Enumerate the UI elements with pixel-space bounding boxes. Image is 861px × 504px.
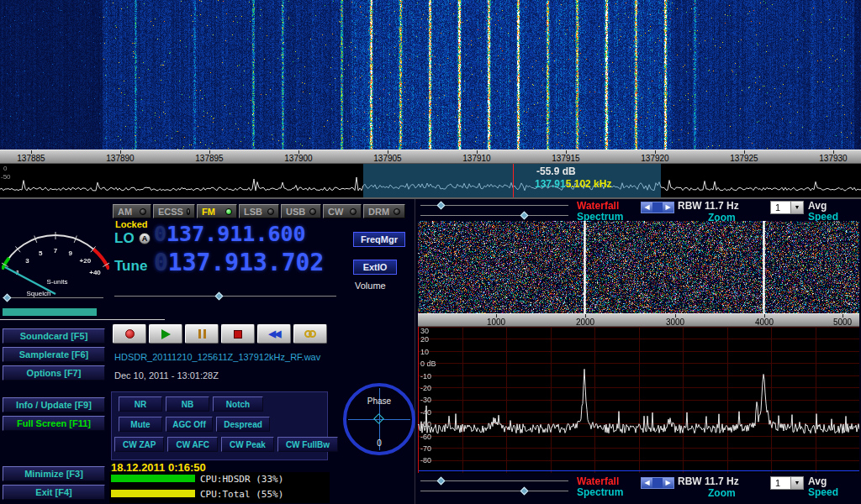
agc-off-button[interactable]: AGC Off	[166, 417, 213, 432]
meter-tick-label: 7	[54, 247, 58, 255]
despread-button[interactable]: Despread	[216, 417, 270, 432]
mini-spectrum-strip[interactable]: 0 -50 -55.9 dB 137.915.102 kHz	[0, 164, 861, 198]
play-icon	[161, 329, 171, 339]
mode-button-lsb[interactable]: LSB	[239, 204, 279, 218]
stop-icon	[234, 330, 242, 339]
waterfall-slider-top[interactable]	[420, 202, 568, 209]
mode-led-icon	[140, 208, 146, 215]
notch-button[interactable]: Notch	[213, 396, 263, 412]
fullscreen-button[interactable]: Full Screen [F11]	[3, 416, 105, 431]
waterfall-label-bottom: Waterfall	[577, 475, 619, 487]
main-frequency-scale[interactable]: 137885 137890 137895 137900 137905 13791…	[0, 150, 861, 164]
soundcard-button[interactable]: Soundcard [F5]	[3, 328, 105, 344]
main-waterfall-canvas[interactable]	[0, 0, 861, 150]
slider-thumb[interactable]	[520, 212, 528, 220]
slider-track	[114, 296, 336, 297]
meter-tick-label: +40	[89, 269, 101, 276]
zoom-scroll-control-top[interactable]: ◀ ▶	[641, 202, 674, 213]
samplerate-button[interactable]: Samplerate [F6]	[3, 347, 105, 362]
loop-icon	[304, 330, 316, 338]
freq-scale-label: 137920	[630, 150, 680, 163]
mode-button-fm[interactable]: FM	[197, 204, 237, 218]
freqmgr-button[interactable]: FreqMgr	[353, 232, 405, 247]
s-meter[interactable]: 1 3 5 7 9 +20 +40 S-units Squelch	[2, 202, 109, 301]
record-icon	[125, 329, 135, 339]
slider-thumb[interactable]	[437, 477, 446, 486]
stop-button[interactable]	[221, 324, 255, 344]
freq-scale-label: 137900	[273, 150, 324, 163]
speed-select-top[interactable]: 1 ▼	[770, 201, 804, 214]
spectrum-plot-canvas[interactable]	[418, 327, 859, 473]
mode-button-cw[interactable]: CW	[323, 204, 362, 218]
cw-peak-button[interactable]: CW Peak	[221, 437, 274, 452]
cw-fullbw-button[interactable]: CW FullBw	[277, 437, 338, 452]
phase-label: Phase	[346, 396, 412, 406]
slider-thumb[interactable]	[215, 292, 224, 301]
freq-scale-label: 137895	[184, 150, 235, 163]
passband-region[interactable]	[363, 164, 661, 197]
cw-zap-button[interactable]: CW ZAP	[114, 437, 164, 452]
zoom-right-arrow[interactable]: ▶	[663, 478, 673, 488]
s-units-label: S-units	[47, 278, 68, 286]
mode-button-drm[interactable]: DRM	[363, 204, 405, 218]
mute-button[interactable]: Mute	[119, 417, 162, 432]
tune-label: Tune	[114, 258, 147, 275]
db-axis-label: -80	[420, 456, 431, 465]
tune-marker-line	[513, 164, 514, 197]
meter-tick-label: 5	[39, 249, 43, 257]
spectrum-slider-top[interactable]	[420, 212, 568, 219]
zoom-scroll-control-bottom[interactable]: ◀ ▶	[641, 477, 674, 489]
secondary-frequency-scale[interactable]: 1000 2000 3000 4000 5000	[418, 313, 859, 327]
tune-frequency-display[interactable]: 0137.913.702	[154, 251, 324, 275]
chevron-down-icon[interactable]: ▼	[790, 477, 803, 489]
secondary-waterfall-canvas[interactable]	[418, 221, 859, 313]
speed-select-value: 1	[771, 202, 790, 213]
spectrum-slider-bottom[interactable]	[420, 487, 568, 495]
lo-label: LO	[114, 230, 135, 247]
freq-scale-label: 137925	[719, 150, 769, 163]
lo-frequency-display[interactable]: 0137.911.600	[154, 223, 306, 244]
meter-red-zone	[93, 249, 108, 269]
rewind-button[interactable]: ◀◀	[257, 324, 291, 344]
info-update-button[interactable]: Info / Update [F9]	[3, 397, 105, 412]
db-axis-label: -70	[420, 444, 431, 453]
spectrum-plot[interactable]: 30 20 10 0 dB -10 -20 -30 -40 -50 -60 -7…	[418, 327, 859, 473]
mode-button-row: AM ECSS FM LSB USB CW DRM	[113, 204, 405, 218]
speed-select-bottom[interactable]: 1 ▼	[770, 476, 804, 490]
mode-button-am[interactable]: AM	[113, 204, 151, 218]
cw-afc-button[interactable]: CW AFC	[167, 437, 218, 452]
lo-lock-badge[interactable]: A	[139, 233, 151, 244]
level-bar-underline	[0, 319, 165, 320]
freq-scale-label: 137885	[6, 150, 56, 163]
options-button[interactable]: Options [F7]	[3, 365, 105, 381]
cpu-hdsdr-bar	[111, 475, 195, 482]
chevron-down-icon[interactable]: ▼	[790, 202, 803, 213]
nb-button[interactable]: NB	[166, 396, 209, 412]
mode-led-icon	[225, 208, 232, 215]
mode-button-usb[interactable]: USB	[281, 204, 321, 218]
db-axis-label: 30	[420, 327, 429, 335]
slider-thumb[interactable]	[3, 294, 12, 302]
play-button[interactable]	[149, 324, 182, 344]
mode-led-icon	[187, 208, 190, 215]
zoom-right-arrow[interactable]: ▶	[663, 202, 673, 213]
record-button[interactable]	[113, 324, 146, 344]
zoom-left-arrow[interactable]: ◀	[642, 202, 652, 213]
volume-slider[interactable]	[114, 292, 336, 300]
slider-thumb[interactable]	[520, 487, 528, 496]
slider-thumb[interactable]	[437, 202, 446, 210]
pause-button[interactable]	[185, 324, 219, 344]
db-readout: -55.9 dB	[536, 165, 576, 177]
minimize-button[interactable]: Minimize [F3]	[3, 466, 105, 481]
nr-button[interactable]: NR	[119, 396, 162, 412]
playback-controls: ◀◀	[113, 324, 327, 344]
squelch-slider[interactable]	[3, 294, 103, 302]
exit-button[interactable]: Exit [F4]	[3, 485, 105, 500]
loop-button[interactable]	[293, 324, 327, 344]
waterfall-slider-bottom[interactable]	[420, 477, 568, 485]
wav-filename: HDSDR_20111210_125611Z_137912kHz_RF.wav	[114, 352, 320, 362]
zoom-left-arrow[interactable]: ◀	[642, 478, 652, 488]
mode-button-ecss[interactable]: ECSS	[153, 204, 195, 218]
meter-tick-label: 3	[25, 257, 29, 265]
extio-button[interactable]: ExtIO	[353, 260, 397, 275]
